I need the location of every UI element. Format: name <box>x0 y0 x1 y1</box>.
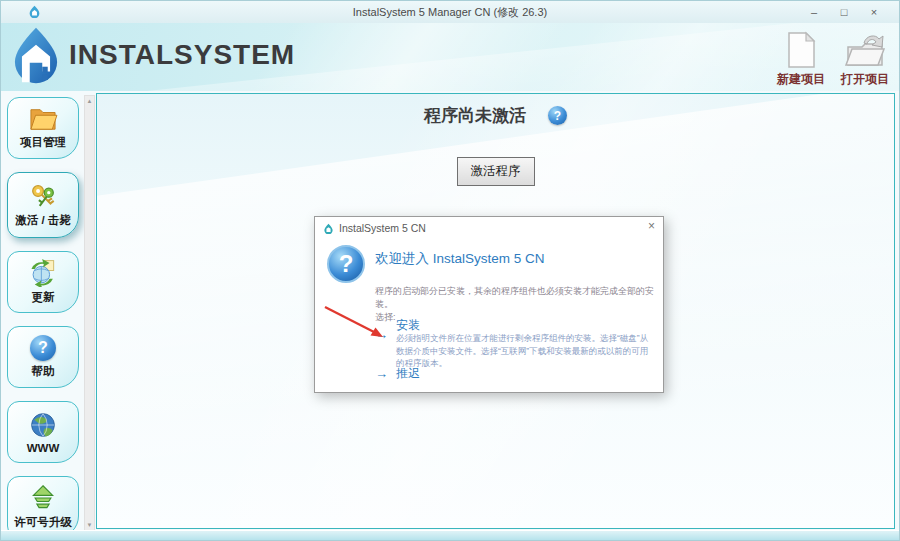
header-actions: 新建项目 打开项目 <box>773 31 893 88</box>
folder-icon <box>28 106 58 132</box>
sidebar-item-label: 帮助 <box>32 364 55 379</box>
sidebar-item-activation[interactable]: 激活 / 击毙 <box>7 172 79 238</box>
scroll-up-icon[interactable]: ▲ <box>87 96 93 106</box>
sidebar-item-www[interactable]: WWW <box>7 401 79 463</box>
help-icon: ? <box>30 335 56 361</box>
new-project-icon <box>784 31 818 69</box>
question-icon: ? <box>327 245 365 283</box>
install-option-description: 必须指明文件所在位置才能进行剩余程序组件的安装。选择“磁盘”从数据介质中安装文件… <box>396 332 656 370</box>
sidebar-item-project-management[interactable]: 项目管理 <box>7 97 79 159</box>
sidebar-item-update[interactable]: 更新 <box>7 251 79 313</box>
sidebar-item-label: 项目管理 <box>20 135 66 150</box>
window-title: InstalSystem 5 Manager CN (修改 26.3) <box>1 5 899 20</box>
sidebar-item-label: 激活 / 击毙 <box>15 213 71 228</box>
dialog-title: InstalSystem 5 CN <box>339 222 426 234</box>
logo-text: INSTALSYSTEM <box>69 39 295 71</box>
postpone-option-arrow-icon[interactable]: → <box>375 366 388 381</box>
window-controls: – □ × <box>799 1 889 23</box>
open-project-button[interactable]: 打开项目 <box>837 31 893 88</box>
close-button[interactable]: × <box>859 1 889 23</box>
logo-drop-house-icon <box>11 26 61 84</box>
sidebar-item-license-upgrade[interactable]: 许可号升级 <box>7 476 79 538</box>
sidebar-item-label: WWW <box>27 442 60 454</box>
scroll-down-icon[interactable]: ▼ <box>87 520 93 530</box>
dialog-heading: 欢迎进入 InstalSystem 5 CN <box>375 250 545 268</box>
upgrade-arrows-icon <box>29 484 57 512</box>
globe-icon <box>29 411 57 439</box>
minimize-button[interactable]: – <box>799 1 829 23</box>
sidebar-scrollbar[interactable]: ▲ ▼ <box>84 95 95 531</box>
sidebar: 项目管理 激活 / 击毙 <box>7 97 79 538</box>
dialog-close-icon[interactable]: × <box>648 219 655 233</box>
header: INSTALSYSTEM 新建项目 <box>1 23 899 91</box>
page-title: 程序尚未激活 <box>424 104 526 127</box>
bottom-status-bar <box>1 530 899 541</box>
sidebar-item-help[interactable]: ? 帮助 <box>7 326 79 388</box>
title-bar: InstalSystem 5 Manager CN (修改 26.3) – □ … <box>1 1 899 23</box>
update-globe-icon <box>28 259 58 287</box>
open-project-icon <box>844 31 886 69</box>
dialog-title-bar: InstalSystem 5 CN × <box>315 217 663 239</box>
install-option-arrow-icon[interactable]: → <box>375 327 388 342</box>
new-project-button[interactable]: 新建项目 <box>773 31 829 88</box>
keys-icon <box>28 182 58 210</box>
sidebar-item-label: 更新 <box>32 290 55 305</box>
new-project-label: 新建项目 <box>777 71 825 88</box>
postpone-option-link[interactable]: 推迟 <box>396 365 420 382</box>
open-project-label: 打开项目 <box>841 71 889 88</box>
welcome-dialog: InstalSystem 5 CN × ? 欢迎进入 InstalSystem … <box>314 216 664 393</box>
activate-program-button[interactable]: 激活程序 <box>457 157 535 186</box>
maximize-button[interactable]: □ <box>829 1 859 23</box>
logo: INSTALSYSTEM <box>11 26 295 84</box>
sidebar-item-label: 许可号升级 <box>14 515 72 530</box>
app-window: InstalSystem 5 Manager CN (修改 26.3) – □ … <box>0 0 900 541</box>
app-icon <box>28 5 41 18</box>
help-icon[interactable]: ? <box>548 106 567 125</box>
dialog-app-icon <box>323 223 334 234</box>
dialog-body-line1: 程序的启动部分已安装，其余的程序组件也必须安装才能完成全部的安装。 <box>375 285 659 311</box>
